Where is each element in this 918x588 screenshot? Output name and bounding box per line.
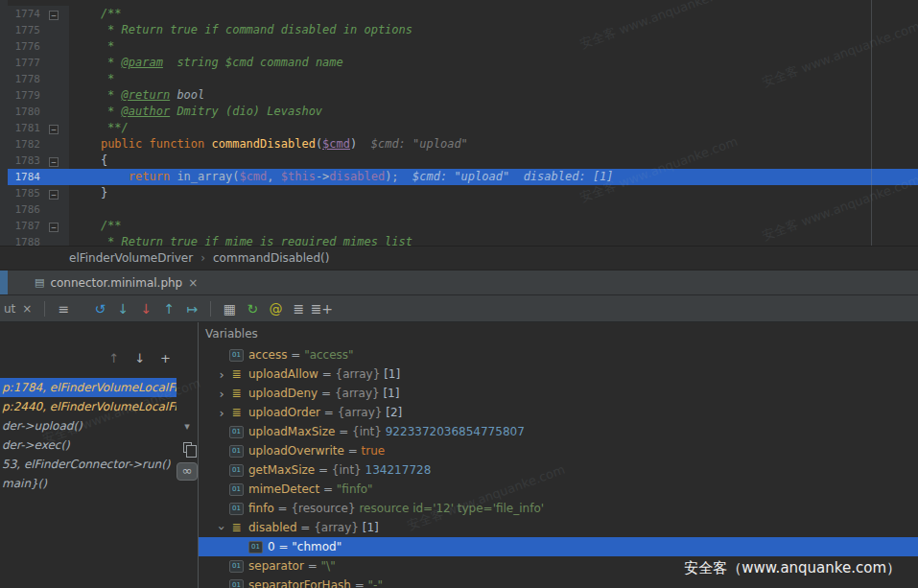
copy-icon[interactable]: [183, 442, 192, 453]
variable-name: finfo: [248, 502, 274, 515]
stack-frame[interactable]: main}(): [0, 474, 177, 493]
partial-tab[interactable]: [0, 270, 8, 294]
variable-name: uploadOverwrite: [248, 444, 344, 458]
rerun-icon[interactable]: ↺: [88, 296, 111, 321]
code-line[interactable]: 1779 * @return bool: [0, 87, 918, 104]
primitive-type-icon: 01: [229, 503, 244, 515]
variable-value: "\": [321, 559, 336, 573]
stack-frame[interactable]: p:1784, elFinderVolumeLocalFil: [0, 378, 177, 397]
frame-up-icon[interactable]: ↑: [108, 351, 119, 365]
code-line[interactable]: 1781− **/: [0, 120, 918, 136]
code-line[interactable]: 1788 * Return true if mime is required m…: [0, 234, 918, 247]
variable-name: disabled: [248, 521, 297, 534]
expand-chevron-icon[interactable]: ›: [215, 520, 229, 535]
tab-connector-minimal-php[interactable]: ▤ connector.minimal.php ×: [25, 270, 207, 294]
code-line[interactable]: 1783− {: [0, 153, 918, 169]
variable-name: separator: [248, 559, 304, 573]
expand-chevron-icon[interactable]: ›: [214, 387, 229, 401]
numbered-list-icon[interactable]: ≣: [287, 296, 310, 321]
variable-row[interactable]: 01uploadMaxSize = {int} 9223372036854775…: [199, 422, 918, 441]
code-text: [69, 201, 73, 218]
stack-frame[interactable]: der->exec(): [0, 435, 177, 455]
breadcrumb-method[interactable]: commandDisabled(): [213, 251, 329, 265]
layout-icon[interactable]: ▦: [218, 296, 241, 321]
menu-icon[interactable]: ≡: [52, 296, 75, 321]
step-out-icon[interactable]: ↑: [157, 296, 180, 321]
variable-row[interactable]: 01uploadOverwrite = true: [199, 441, 918, 460]
stack-frame[interactable]: p:2440, elFinderVolumeLocalFil: [0, 397, 177, 416]
frame-down-icon[interactable]: ↓: [134, 351, 145, 365]
toolbar-separator: [210, 301, 211, 317]
variable-value: 134217728: [362, 463, 432, 477]
variable-row[interactable]: 01separator = "\": [199, 556, 918, 576]
force-step-into-icon[interactable]: ↓: [134, 296, 157, 321]
variable-row[interactable]: 01finfo = {resource} resource id='12' ty…: [199, 499, 918, 518]
variable-row[interactable]: 01access = "access": [199, 345, 918, 365]
add-watch-icon[interactable]: ≣+: [310, 296, 333, 321]
variable-row[interactable]: ›≣uploadDeny = {array} [1]: [199, 384, 918, 403]
code-line[interactable]: 1780 * @author Dmitry (dio) Levashov: [0, 104, 918, 120]
breadcrumb-class[interactable]: elFinderVolumeDriver: [69, 251, 193, 265]
stack-frame[interactable]: der->upload(): [0, 416, 177, 435]
evaluate-expression-icon[interactable]: ∞: [177, 462, 198, 481]
variable-row[interactable]: 01separatorForHash = "-": [199, 576, 918, 588]
variable-name: separatorForHash: [248, 578, 351, 588]
array-type-icon: ≣: [229, 387, 244, 400]
code-line[interactable]: 1786: [0, 201, 918, 218]
add-icon[interactable]: +: [160, 351, 171, 365]
scroll-down-icon[interactable]: ▾: [184, 420, 190, 433]
variable-value: =: [320, 406, 338, 419]
execution-line[interactable]: 1784 return in_array($cmd, $this->disabl…: [0, 169, 918, 185]
code-line[interactable]: 1782 public function commandDisabled($cm…: [0, 136, 918, 153]
code-text: return in_array($cmd, $this->disabled); …: [69, 169, 614, 185]
code-line[interactable]: 1787− /**: [0, 218, 918, 234]
restore-layout-icon[interactable]: ↻: [241, 296, 264, 321]
fold-icon[interactable]: −: [49, 11, 59, 20]
fold-icon[interactable]: −: [49, 223, 59, 232]
mute-variables-icon[interactable]: @: [264, 296, 287, 321]
editor-left-strip: [0, 0, 8, 247]
code-line[interactable]: 1774− /**: [0, 6, 918, 22]
variable-name: uploadAllow: [248, 367, 318, 381]
variable-value: {array}: [336, 367, 381, 381]
code-line[interactable]: 1776 *: [0, 38, 918, 55]
stack-frame[interactable]: 53, elFinderConnector->run(): [0, 455, 177, 474]
code-lines: 1774− /**1775 * Return true if command d…: [0, 6, 918, 247]
variable-row[interactable]: 010 = "chmod": [199, 537, 918, 556]
variable-row[interactable]: ›≣uploadAllow = {array} [1]: [199, 365, 918, 384]
variable-row[interactable]: 01mimeDetect = "finfo": [199, 480, 918, 499]
variable-value: {int}: [352, 425, 382, 438]
code-line[interactable]: 1778 *: [0, 71, 918, 87]
fold-icon[interactable]: −: [49, 125, 59, 134]
fold-icon[interactable]: −: [49, 157, 59, 167]
variable-value: 9223372036854775807: [382, 425, 525, 438]
variable-value: {array}: [338, 406, 383, 419]
expand-chevron-icon[interactable]: ›: [214, 406, 229, 420]
code-editor[interactable]: 1774− /**1775 * Return true if command d…: [0, 0, 918, 247]
partial-output-tab[interactable]: ut ×: [2, 302, 37, 316]
variable-value: {resource}: [291, 502, 355, 515]
variable-row[interactable]: ›≣disabled = {array} [1]: [199, 518, 918, 537]
expand-chevron-icon[interactable]: ›: [214, 367, 229, 382]
code-line[interactable]: 1785− }: [0, 185, 918, 201]
variable-row[interactable]: ›≣uploadOrder = {array} [2]: [199, 403, 918, 422]
variables-side-toolbar: ▾ ∞: [177, 322, 199, 588]
variable-value: =: [315, 463, 332, 477]
fold-icon[interactable]: −: [49, 190, 59, 200]
variable-row[interactable]: 01getMaxSize = {int} 134217728: [199, 460, 918, 480]
run-to-cursor-icon[interactable]: ↦: [180, 296, 203, 321]
step-into-icon[interactable]: ↓: [111, 296, 134, 321]
variable-value: {array}: [335, 387, 380, 400]
primitive-type-icon: 01: [229, 349, 244, 362]
frames-toolbar: ↑ ↓ +: [108, 351, 171, 365]
code-line[interactable]: 1777 * @param string $cmd command name: [0, 55, 918, 71]
code-text: * @author Dmitry (dio) Levashov: [69, 104, 322, 120]
code-line[interactable]: 1775 * Return true if command disabled i…: [0, 22, 918, 38]
array-type-icon: ≣: [229, 406, 244, 419]
code-text: **/: [69, 120, 129, 136]
partial-tab-close-icon[interactable]: ×: [22, 302, 32, 316]
tab-close-icon[interactable]: ×: [188, 276, 198, 290]
variable-name: uploadOrder: [248, 406, 320, 419]
variable-name: access: [248, 348, 287, 362]
tab-label: connector.minimal.php: [50, 276, 182, 290]
